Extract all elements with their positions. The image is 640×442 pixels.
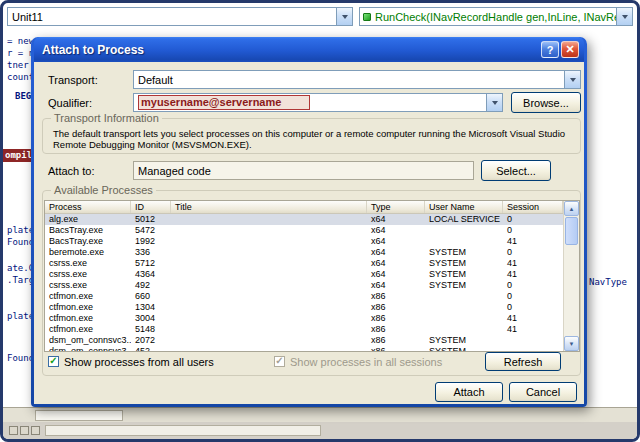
process-cell-process: ctfmon.exe xyxy=(45,291,131,302)
transport-combobox[interactable]: Default xyxy=(133,70,581,89)
checkbox-label: Show processes in all sessions xyxy=(290,356,442,368)
process-cell-process: BacsTray.exe xyxy=(45,236,131,247)
process-cell-id: 5472 xyxy=(131,225,171,236)
process-cell-type: x64 xyxy=(367,214,425,225)
column-header-username[interactable]: User Name xyxy=(425,201,503,213)
dropdown-arrow-icon[interactable] xyxy=(486,94,502,111)
select-button[interactable]: Select... xyxy=(481,160,551,181)
qualifier-value: myusername@servername xyxy=(138,95,310,110)
process-cell-user: SYSTEM xyxy=(425,280,503,291)
column-header-session[interactable]: Session xyxy=(503,201,563,213)
process-cell-session: 41 xyxy=(503,258,563,269)
scroll-down-button[interactable]: ▼ xyxy=(564,336,579,351)
process-row[interactable]: csrss.exe4364x64SYSTEM41 xyxy=(45,269,563,280)
scroll-up-button[interactable]: ▲ xyxy=(564,201,579,216)
process-cell-title xyxy=(171,258,367,269)
process-cell-session: 0 xyxy=(503,225,563,236)
process-cell-title xyxy=(171,269,367,280)
process-cell-id: 5148 xyxy=(131,324,171,335)
redaction-box xyxy=(428,292,500,336)
process-cell-id: 1304 xyxy=(131,302,171,313)
qualifier-combobox[interactable]: myusername@servername xyxy=(133,93,503,112)
dropdown-arrow-icon[interactable] xyxy=(616,8,632,25)
process-cell-id: 4364 xyxy=(131,269,171,280)
process-cell-session: 41 xyxy=(503,324,563,335)
column-header-process[interactable]: Process xyxy=(45,201,131,213)
transport-info-group: Transport Information The default transp… xyxy=(42,118,581,154)
process-cell-type: x86 xyxy=(367,302,425,313)
method-icon xyxy=(363,13,371,21)
process-cell-process: BacsTray.exe xyxy=(45,225,131,236)
show-all-users-checkbox[interactable]: ✓ Show processes from all users xyxy=(48,355,214,368)
process-cell-session: 41 xyxy=(503,313,563,324)
panel-button[interactable] xyxy=(31,426,40,435)
process-cell-id: 452 xyxy=(131,346,171,351)
attach-button[interactable]: Attach xyxy=(435,382,503,402)
process-cell-type: x86 xyxy=(367,335,425,346)
process-cell-title xyxy=(171,313,367,324)
column-header-type[interactable]: Type xyxy=(367,201,425,213)
process-cell-user: LOCAL SERVICE xyxy=(425,214,503,225)
process-row[interactable]: csrss.exe5712x64SYSTEM41 xyxy=(45,258,563,269)
code-fragment: NavType xyxy=(589,277,627,287)
refresh-button[interactable]: Refresh xyxy=(485,352,561,371)
help-button[interactable]: ? xyxy=(541,41,559,58)
process-cell-title xyxy=(171,302,367,313)
process-cell-title xyxy=(171,236,367,247)
process-cell-type: x86 xyxy=(367,324,425,335)
process-cell-id: 336 xyxy=(131,247,171,258)
checkbox-label: Show processes from all users xyxy=(64,356,214,368)
panel-button[interactable] xyxy=(20,426,29,435)
process-cell-session: 0 xyxy=(503,302,563,313)
process-cell-type: x86 xyxy=(367,291,425,302)
transport-info-title: Transport Information xyxy=(51,112,162,124)
process-cell-session: 41 xyxy=(503,236,563,247)
close-button[interactable]: ✕ xyxy=(561,41,579,58)
member-combobox-value: RunCheck(INavRecordHandle gen,InLine, IN… xyxy=(371,11,616,23)
process-cell-title xyxy=(171,247,367,258)
process-cell-type: x86 xyxy=(367,313,425,324)
redaction-box xyxy=(428,226,500,248)
transport-value: Default xyxy=(134,74,564,86)
dialog-titlebar[interactable]: Attach to Process ? ✕ xyxy=(34,37,584,62)
dropdown-arrow-icon[interactable] xyxy=(564,71,580,88)
process-cell-id: 5012 xyxy=(131,214,171,225)
process-cell-id: 492 xyxy=(131,280,171,291)
browse-button[interactable]: Browse... xyxy=(511,92,581,113)
status-panel xyxy=(45,425,321,436)
process-row[interactable]: beremote.exe336x64SYSTEM0 xyxy=(45,247,563,258)
process-cell-session: 0 xyxy=(503,291,563,302)
process-table-scrollbar[interactable]: ▲ ▼ xyxy=(563,201,579,351)
visual-studio-window: = new Nr = newtner =count =BEGINompiler.… xyxy=(0,0,640,442)
process-cell-process: csrss.exe xyxy=(45,280,131,291)
editor-toolbar: Unit11 RunCheck(INavRecordHandle gen,InL… xyxy=(7,7,633,27)
scroll-thumb[interactable] xyxy=(565,217,578,245)
cancel-button[interactable]: Cancel xyxy=(509,382,577,402)
column-header-id[interactable]: ID xyxy=(131,201,171,213)
process-cell-process: dsm_om_connsvc3... xyxy=(45,335,131,346)
process-cell-user: SYSTEM xyxy=(425,247,503,258)
process-cell-type: x64 xyxy=(367,236,425,247)
member-combobox[interactable]: RunCheck(INavRecordHandle gen,InLine, IN… xyxy=(359,7,633,26)
process-table: Process ID Title Type User Name Session … xyxy=(44,200,580,352)
checkbox-checked-icon: ✓ xyxy=(274,356,285,367)
panel-button[interactable] xyxy=(9,426,18,435)
process-cell-process: ctfmon.exe xyxy=(45,324,131,335)
dialog-body: Transport: Default Qualifier: myusername… xyxy=(34,62,584,404)
object-combobox[interactable]: Unit11 xyxy=(7,7,353,26)
process-cell-process: csrss.exe xyxy=(45,258,131,269)
process-row[interactable]: alg.exe5012x64LOCAL SERVICE0 xyxy=(45,214,563,225)
process-cell-id: 5712 xyxy=(131,258,171,269)
process-cell-title xyxy=(171,291,367,302)
process-cell-process: dsm_om_connsvc3... xyxy=(45,346,131,351)
process-cell-id: 660 xyxy=(131,291,171,302)
dropdown-arrow-icon[interactable] xyxy=(336,8,352,25)
column-header-title[interactable]: Title xyxy=(171,201,367,213)
checkbox-checked-icon: ✓ xyxy=(48,356,59,367)
process-cell-title xyxy=(171,335,367,346)
process-cell-type: x64 xyxy=(367,280,425,291)
panel-strip xyxy=(35,410,123,421)
process-cell-type: x64 xyxy=(367,258,425,269)
process-cell-process: ctfmon.exe xyxy=(45,313,131,324)
process-row[interactable]: csrss.exe492x64SYSTEM0 xyxy=(45,280,563,291)
